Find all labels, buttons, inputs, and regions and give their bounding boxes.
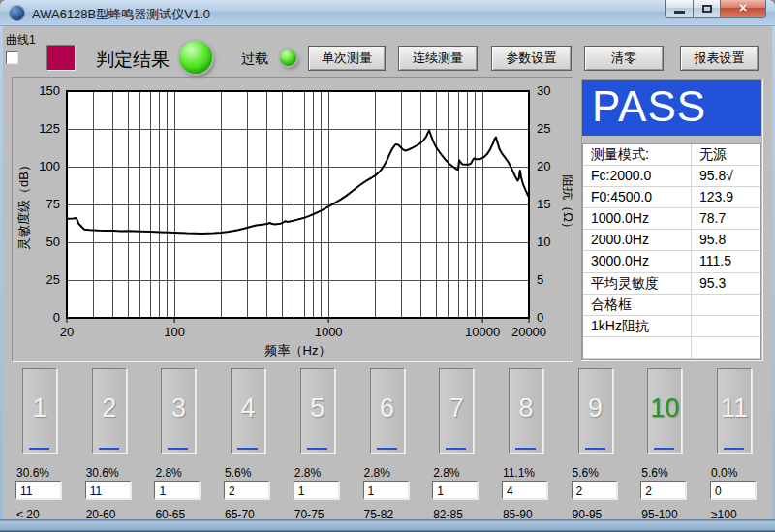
- measurement-table: 测量模式:无源Fc:2000.095.8√F0:4500.0123.91000.…: [582, 143, 761, 360]
- table-row-label: 2000.0Hz: [583, 230, 691, 251]
- bin-count-input[interactable]: [640, 481, 686, 499]
- minimize-button[interactable]: [665, 0, 694, 18]
- report-settings-button[interactable]: 报表设置: [680, 46, 759, 71]
- bin-count-input[interactable]: [363, 481, 409, 499]
- bin-slider[interactable]: 4: [231, 368, 265, 454]
- table-row-label: 平均灵敏度: [583, 273, 691, 295]
- bin-range-label: 85-90: [503, 508, 533, 521]
- bin-count-input[interactable]: [710, 481, 756, 499]
- histogram-bin: 10 5.6% 95-100: [630, 366, 699, 521]
- curve1-checkbox[interactable]: [6, 51, 18, 64]
- table-row-label: 1kHz阻抗: [583, 316, 691, 337]
- judge-result-led-icon: [179, 41, 212, 74]
- bin-fill-level: [585, 448, 605, 450]
- overload-label: 过载: [241, 50, 268, 68]
- maximize-icon: [702, 5, 712, 13]
- histogram-bin: 3 2.8% 60-65: [143, 366, 213, 521]
- judge-result-label: 判定结果: [96, 47, 170, 73]
- window-title: AWA6128B型蜂鸣器测试仪V1.0: [32, 6, 210, 23]
- svg-text:频率（Hz）: 频率（Hz）: [264, 343, 331, 358]
- bin-slider[interactable]: 6: [370, 368, 405, 454]
- histogram-bin: 9 5.6% 90-95: [561, 366, 631, 521]
- bin-fill-level: [237, 448, 258, 450]
- bin-number: 8: [510, 393, 542, 423]
- bin-count-input[interactable]: [432, 481, 478, 499]
- svg-text:50: 50: [46, 235, 60, 249]
- bin-number: 6: [371, 393, 404, 423]
- bin-count-input[interactable]: [294, 481, 339, 499]
- bin-slider[interactable]: 9: [578, 368, 613, 454]
- bin-count-input[interactable]: [85, 481, 131, 499]
- close-button[interactable]: ×: [721, 0, 766, 18]
- table-row-label: 3000.0Hz: [583, 251, 691, 272]
- bin-count-input[interactable]: [502, 481, 547, 499]
- bin-slider[interactable]: 3: [161, 368, 196, 454]
- bin-percent: 5.6%: [641, 466, 667, 480]
- result-panel: PASS 测量模式:无源Fc:2000.095.8√F0:4500.0123.9…: [581, 79, 763, 361]
- table-row-label: 合格框: [583, 295, 691, 316]
- bin-percent: 2.8%: [155, 466, 181, 480]
- svg-text:10: 10: [537, 235, 550, 249]
- svg-text:0: 0: [53, 310, 60, 325]
- histogram-bin: 2 30.6% 20-60: [75, 366, 144, 521]
- svg-text:15: 15: [537, 197, 550, 211]
- window-controls: ×: [665, 0, 766, 18]
- bin-slider[interactable]: 7: [439, 368, 474, 454]
- bin-range-label: 82-85: [433, 508, 463, 521]
- bin-percent: 30.6%: [16, 466, 49, 480]
- maximize-button[interactable]: [694, 0, 721, 18]
- svg-text:20: 20: [537, 159, 550, 173]
- bin-percent: 5.6%: [225, 466, 251, 480]
- svg-text:75: 75: [46, 197, 60, 211]
- svg-text:25: 25: [537, 121, 550, 136]
- table-row-label: 测量模式:: [583, 144, 691, 166]
- bin-fill-level: [724, 448, 744, 450]
- bin-number: 10: [648, 393, 681, 423]
- histogram-bin: 5 2.8% 70-75: [283, 366, 353, 521]
- chart-canvas: 0255075100125150051015202530201001000100…: [13, 78, 573, 361]
- bin-range-label: < 20: [16, 508, 40, 521]
- bin-range-label: 60-65: [155, 508, 185, 521]
- bin-slider[interactable]: 10: [647, 368, 682, 454]
- bin-fill-level: [99, 448, 119, 450]
- parameter-settings-button[interactable]: 参数设置: [491, 46, 572, 71]
- single-measure-button[interactable]: 单次测量: [308, 46, 386, 71]
- bin-number: 5: [301, 393, 334, 423]
- bin-slider[interactable]: 2: [92, 368, 127, 454]
- continuous-measure-button[interactable]: 连续测量: [398, 46, 478, 71]
- bin-fill-level: [168, 448, 188, 450]
- svg-text:100: 100: [39, 159, 60, 173]
- table-row-label: Fc:2000.0: [583, 166, 691, 187]
- bin-percent: 30.6%: [86, 466, 119, 480]
- bin-count-input[interactable]: [154, 481, 200, 499]
- bin-slider[interactable]: 8: [509, 368, 543, 454]
- pass-status-badge: PASS: [582, 80, 761, 136]
- svg-text:阻抗（Ω）: 阻抗（Ω）: [561, 174, 573, 235]
- frequency-response-chart: 0255075100125150051015202530201001000100…: [12, 77, 574, 362]
- clear-button[interactable]: 清零: [584, 46, 664, 71]
- svg-text:30: 30: [537, 83, 550, 98]
- bin-number: 9: [579, 393, 612, 423]
- title-bar: AWA6128B型蜂鸣器测试仪V1.0 ×: [0, 0, 775, 26]
- bin-slider[interactable]: 11: [717, 368, 752, 454]
- histogram-bin: 1 30.6% < 20: [5, 366, 75, 521]
- bin-range-label: 65-70: [225, 508, 255, 521]
- table-row-value: 95.8√: [691, 166, 760, 187]
- table-row-value: 95.3: [691, 273, 760, 295]
- bin-percent: 11.1%: [503, 466, 535, 480]
- table-row-value: 123.9: [691, 187, 760, 208]
- table-row-value: 111.5: [691, 251, 760, 272]
- histogram-bin: 7 2.8% 82-85: [421, 366, 491, 521]
- bin-number: 3: [162, 393, 195, 423]
- bin-fill-level: [446, 448, 466, 450]
- curve1-label: 曲线1: [6, 32, 36, 48]
- close-icon: ×: [721, 0, 765, 16]
- bin-slider[interactable]: 5: [300, 368, 335, 454]
- bin-count-input[interactable]: [224, 481, 269, 499]
- bin-slider[interactable]: 1: [22, 368, 57, 454]
- overload-led-icon: [280, 49, 296, 66]
- bin-percent: 0.0%: [711, 466, 737, 480]
- bin-count-input[interactable]: [572, 481, 617, 499]
- bin-count-input[interactable]: [16, 481, 61, 499]
- svg-text:1000: 1000: [315, 325, 343, 339]
